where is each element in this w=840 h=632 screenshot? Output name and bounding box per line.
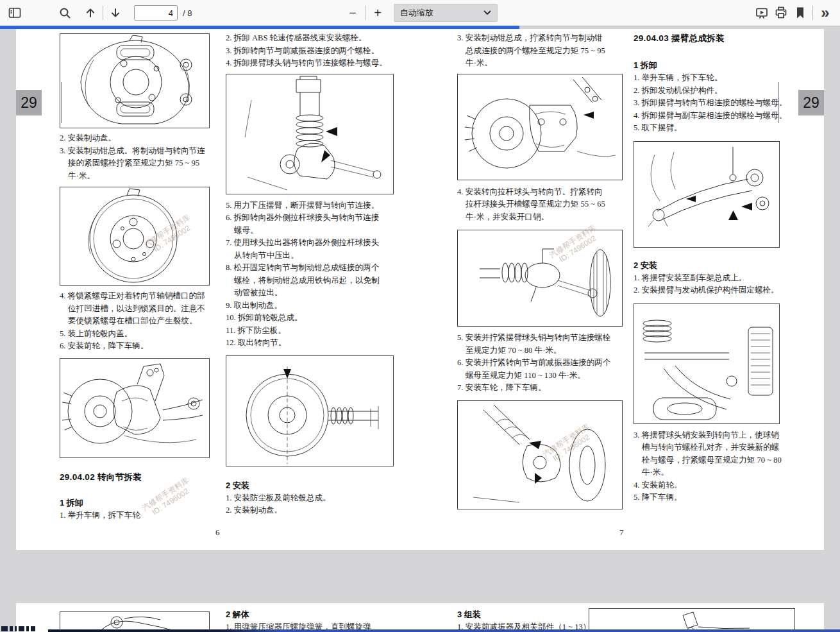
text-line: 4. 拆卸摆臂与副车架相连接的螺栓与螺母。 [634, 110, 780, 123]
page-number-input[interactable] [134, 5, 178, 21]
text-line: 4. 安装转向拉杆球头与转向节。拧紧转向 [457, 186, 623, 199]
text-line: 2. 拆卸发动机保护构件。 [634, 85, 780, 98]
zoom-in-button[interactable]: + [368, 3, 387, 22]
search-button[interactable] [55, 3, 74, 22]
page-number: 7 [619, 527, 624, 538]
figure-img8 [457, 400, 623, 509]
figure-img6 [457, 74, 623, 180]
text-line: 3. 拆卸摆臂与转向节相连接的螺栓与螺母。 [634, 97, 780, 110]
text-line: 槽与转向节螺栓孔对齐，并安装新的螺 [634, 441, 780, 454]
text-line: 3. 拆卸转向节与前减振器连接的两个螺栓。 [226, 45, 394, 58]
text-line: 9. 取出制动盘。 [226, 300, 394, 312]
toolbar-divider [812, 6, 813, 20]
text-line: 2. 拆卸 ABS 轮速传感器线束安装螺栓。 [226, 32, 394, 45]
figure-img9 [634, 141, 780, 248]
text-line: 从转向节中压出。 [226, 250, 394, 262]
text-line: 1. 举升车辆，拆下车轮 [60, 509, 210, 522]
text-line: 1. 安装防尘板及前轮毂总成。 [226, 492, 394, 505]
preview-heading: 3 组装 [457, 608, 481, 621]
figure-preview-right [589, 608, 795, 632]
page6-column2: 2. 拆卸 ABS 轮速传感器线束安装螺栓。3. 拆卸转向节与前减振器连接的两个… [226, 32, 394, 517]
text-line: 螺母。 [226, 225, 394, 237]
toolbar: / 8 − + 自动缩放 [0, 0, 840, 26]
text-line: 牛·米。 [457, 57, 623, 70]
text-line: 2. 安装摆臂与发动机保护构件固定螺栓。 [634, 284, 780, 297]
bookmark-button[interactable] [791, 3, 810, 22]
figure-img4 [226, 74, 394, 194]
text-line: 栓与螺母，拧紧螺母至规定力矩 70 ~ 80 [634, 454, 780, 467]
text-line: 5. 装上前轮毂内盖。 [60, 328, 210, 341]
sub-heading: 1 拆卸 [634, 59, 780, 72]
text-line: 5. 降下车辆。 [634, 491, 780, 504]
next-page-button[interactable] [106, 3, 125, 22]
text-line: 螺母至规定力矩 110 ~ 130 牛·米。 [457, 370, 623, 382]
text-line: 4. 将锁紧螺母正对着转向节轴销槽口的部 [60, 290, 210, 303]
presentation-mode-button[interactable] [752, 3, 771, 22]
chapter-tab-left: 29 [16, 90, 42, 115]
figure-img2 [60, 187, 210, 286]
text-line: 7. 使用球头拉出器将转向器外侧拉杆球接头 [226, 237, 394, 250]
toolbar-divider [365, 6, 365, 20]
chapter-tab-right: 29 [798, 90, 824, 115]
figure-img5 [226, 355, 394, 466]
text-line: 5. 安装并拧紧摆臂球头销与转向节连接螺栓 [457, 332, 623, 345]
text-line: 牛·米，并安装开口销。 [457, 211, 623, 224]
text-line: 牛·米。 [60, 170, 210, 183]
text-line: 8. 松开固定转向节与制动钳总成链接的两个 [226, 262, 394, 275]
zoom-controls: − + 自动缩放 [343, 0, 498, 26]
text-line: 4. 拆卸摆臂球头销与转向节连接螺栓与螺母。 [226, 57, 394, 70]
text-line: 1. 将摆臂安装至副车架总成上。 [634, 272, 780, 285]
artifact-marks [1, 626, 35, 631]
sidebar-toggle-button[interactable] [5, 3, 24, 22]
pdf-viewer: / 8 − + 自动缩放 [0, 0, 840, 632]
text-line: 5. 用力下压摆臂，断开摆臂与转向节连接。 [226, 200, 394, 212]
toolbar-divider [103, 6, 103, 20]
text-line: 2. 安装制动盘。 [60, 132, 210, 145]
previous-page-button[interactable] [81, 3, 100, 22]
text-line: 6. 安装并拧紧转向节与前减振器连接的两个 [457, 357, 623, 370]
text-line: 接的紧固螺栓拧紧至规定力矩 75 ~ 95 [60, 157, 210, 170]
text-line: 拉杆球接头开槽螺母至规定力矩 55 ~ 65 [457, 198, 623, 211]
sub-heading: 2 安装 [634, 259, 780, 272]
text-line: 4. 安装前轮。 [634, 479, 780, 492]
text-line: 要使锁紧螺母在槽口部位产生裂纹。 [60, 315, 210, 328]
page-number: 6 [215, 527, 220, 538]
chevron-down-icon [483, 10, 491, 15]
text-line: 3. 安装制动钳总成，拧紧转向节与制动钳 [457, 32, 623, 45]
figure-img3 [60, 358, 210, 458]
page7-column1: 3. 安装制动钳总成，拧紧转向节与制动钳总成连接的两个螺栓至规定力矩 75 ~ … [457, 32, 623, 509]
print-button[interactable] [771, 3, 791, 22]
toolbar-right-group: » [752, 0, 835, 26]
page-count-label: / 8 [183, 8, 192, 18]
text-line: 11. 拆下防尘板。 [226, 325, 394, 337]
tab-rule-right [778, 82, 779, 123]
text-line: 6. 拆卸转向器外侧拉杆球接头与转向节连接 [226, 212, 394, 225]
figure-img10 [634, 303, 780, 424]
text-line: 12. 取出转向节。 [226, 337, 394, 350]
text-line: 牛·米。 [634, 466, 780, 479]
next-page-spread: 2 解体 1. 用弹簧压缩器压螺旋弹簧，直到螺旋弹 3 组装 1. 安装前减振器… [16, 603, 824, 632]
text-line: 至规定力矩 70 ~ 80 牛·米。 [457, 345, 623, 357]
text-line: 位打凹进槽，以达到锁紧目的。注意不 [60, 303, 210, 316]
page6-column1: 2. 安装制动盘。3. 安装制动钳总成。将制动钳与转向节连接的紧固螺栓拧紧至规定… [60, 33, 210, 522]
text-line: 3. 将摆臂球头销安装到转向节上，使球销 [634, 429, 780, 442]
zoom-out-button[interactable]: − [343, 3, 362, 22]
text-line: 10. 拆卸前轮毂总成。 [226, 312, 394, 325]
page-spread: 2. 安装制动盘。3. 安装制动钳总成。将制动钳与转向节连接的紧固螺栓拧紧至规定… [16, 29, 824, 550]
toolbar-menu-button[interactable]: » [816, 3, 835, 22]
text-line: 动管被拉出。 [226, 287, 394, 300]
text-line: 2. 安装制动盘。 [226, 504, 394, 517]
next-row-banner-edge [48, 629, 840, 632]
zoom-level-select[interactable]: 自动缩放 [394, 4, 498, 22]
text-line: 3. 安装制动钳总成。将制动钳与转向节连 [60, 145, 210, 158]
page7-column2: 29.04.03 摆臂总成拆装1 拆卸1. 举升车辆，拆下车轮。2. 拆卸发动机… [634, 32, 780, 504]
figure-img1 [60, 33, 210, 128]
sub-heading: 1 拆卸 [60, 497, 210, 509]
text-line: 1. 举升车辆，拆下车轮。 [634, 72, 780, 85]
section-heading: 29.04.03 摆臂总成拆装 [634, 32, 780, 45]
figure-img7 [457, 230, 623, 327]
sub-heading: 2 安装 [226, 479, 394, 492]
text-line: 总成连接的两个螺栓至规定力矩 75 ~ 95 [457, 45, 623, 58]
text-line: 6. 安装前轮，降下车辆。 [60, 340, 210, 353]
text-line: 7. 安装车轮，降下车辆。 [457, 382, 623, 395]
